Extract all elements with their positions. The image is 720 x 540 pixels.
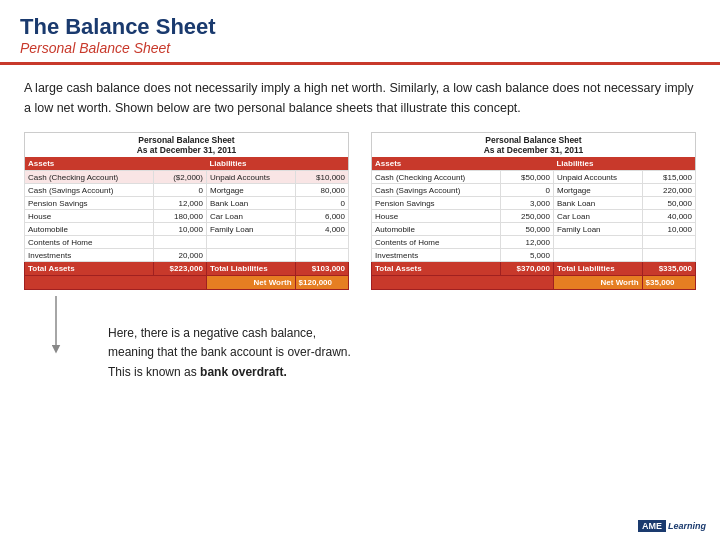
asset-name: House	[25, 210, 154, 223]
header: The Balance Sheet Personal Balance Sheet	[0, 0, 720, 65]
asset-value: 250,000	[500, 210, 553, 223]
liab-value: 0	[295, 197, 348, 210]
annotation-line3-bold: bank overdraft.	[200, 365, 287, 379]
asset-value	[153, 236, 206, 249]
liab-value: $15,000	[642, 171, 695, 184]
asset-value: ($2,000)	[153, 171, 206, 184]
table1-title-row: Personal Balance Sheet As at December 31…	[25, 133, 349, 158]
asset-value: 3,000	[500, 197, 553, 210]
asset-value: 5,000	[500, 249, 553, 262]
balance-sheet-table-2: Personal Balance Sheet As at December 31…	[371, 132, 696, 290]
liab-value: $10,000	[295, 171, 348, 184]
liab-name: Car Loan	[553, 210, 642, 223]
asset-name: Investments	[25, 249, 154, 262]
table2-networth-row: Net Worth $35,000	[372, 276, 696, 290]
table-row: Contents of Home 12,000	[372, 236, 696, 249]
table2-assets-label: Assets	[372, 157, 554, 171]
table-row: Cash (Savings Account) 0 Mortgage 80,000	[25, 184, 349, 197]
asset-name: Automobile	[25, 223, 154, 236]
liab-name	[553, 236, 642, 249]
asset-name: Pension Savings	[25, 197, 154, 210]
liab-name: Unpaid Accounts	[206, 171, 295, 184]
main-content: A large cash balance does not necessaril…	[0, 65, 720, 391]
asset-value: 12,000	[500, 236, 553, 249]
liab-value: 220,000	[642, 184, 695, 197]
asset-name: Cash (Checking Account)	[25, 171, 154, 184]
table-row: Investments 5,000	[372, 249, 696, 262]
liab-value: 10,000	[642, 223, 695, 236]
liab-name	[206, 236, 295, 249]
liab-name: Family Loan	[206, 223, 295, 236]
liab-value: 40,000	[642, 210, 695, 223]
asset-name: Contents of Home	[372, 236, 501, 249]
liab-name	[206, 249, 295, 262]
ame-logo: AME Learning	[638, 520, 706, 532]
intro-paragraph: A large cash balance does not necessaril…	[24, 79, 696, 118]
liab-name: Mortgage	[206, 184, 295, 197]
table-row: House 180,000 Car Loan 6,000	[25, 210, 349, 223]
asset-value: 0	[153, 184, 206, 197]
table-row: Pension Savings 12,000 Bank Loan 0	[25, 197, 349, 210]
liab-value	[295, 236, 348, 249]
ame-brand: AME	[638, 520, 666, 532]
net-worth-value: $120,000	[295, 276, 348, 290]
table2-assets-header: Assets Liabilities	[372, 157, 696, 171]
table-row: Cash (Savings Account) 0 Mortgage 220,00…	[372, 184, 696, 197]
liab-name: Unpaid Accounts	[553, 171, 642, 184]
total-assets-label: Total Assets	[372, 262, 501, 276]
table-row: Pension Savings 3,000 Bank Loan 50,000	[372, 197, 696, 210]
table1-networth-row: Net Worth $120,000	[25, 276, 349, 290]
asset-value: 0	[500, 184, 553, 197]
table-row: Cash (Checking Account) $50,000 Unpaid A…	[372, 171, 696, 184]
ame-learning: Learning	[668, 521, 706, 531]
net-worth-label: Net Worth	[206, 276, 295, 290]
asset-value: 20,000	[153, 249, 206, 262]
page-subtitle: Personal Balance Sheet	[20, 40, 700, 56]
asset-name: Cash (Checking Account)	[372, 171, 501, 184]
total-assets-label: Total Assets	[25, 262, 154, 276]
asset-name: Cash (Savings Account)	[25, 184, 154, 197]
tables-container: Personal Balance Sheet As at December 31…	[24, 132, 696, 290]
table2-title: Personal Balance Sheet As at December 31…	[372, 133, 696, 158]
asset-name: House	[372, 210, 501, 223]
total-liab-label: Total Liabilities	[553, 262, 642, 276]
table1-total-row: Total Assets $223,000 Total Liabilities …	[25, 262, 349, 276]
liab-value: 4,000	[295, 223, 348, 236]
annotation-line3-prefix: This is known as	[108, 365, 200, 379]
annotation-line1: Here, there is a negative cash balance,	[108, 326, 316, 340]
liab-name: Car Loan	[206, 210, 295, 223]
asset-name: Investments	[372, 249, 501, 262]
total-liab-label: Total Liabilities	[206, 262, 295, 276]
liab-name: Bank Loan	[206, 197, 295, 210]
liab-name	[553, 249, 642, 262]
table-row: Investments 20,000	[25, 249, 349, 262]
asset-value: 50,000	[500, 223, 553, 236]
asset-value: 10,000	[153, 223, 206, 236]
liab-value	[642, 249, 695, 262]
annotation-arrow-icon	[34, 294, 94, 364]
net-worth-label: Net Worth	[553, 276, 642, 290]
annotation-text: Here, there is a negative cash balance, …	[100, 304, 351, 382]
net-worth-value: $35,000	[642, 276, 695, 290]
page-title: The Balance Sheet	[20, 14, 700, 40]
annotation-area: Here, there is a negative cash balance, …	[24, 304, 696, 382]
total-liab-value: $103,000	[295, 262, 348, 276]
asset-name: Automobile	[372, 223, 501, 236]
asset-value: 12,000	[153, 197, 206, 210]
liab-value	[295, 249, 348, 262]
table2-total-row: Total Assets $370,000 Total Liabilities …	[372, 262, 696, 276]
balance-sheet-table-1: Personal Balance Sheet As at December 31…	[24, 132, 349, 290]
liab-value: 6,000	[295, 210, 348, 223]
table1-liab-label: Liabilities	[206, 157, 348, 171]
liab-name: Family Loan	[553, 223, 642, 236]
liab-value: 80,000	[295, 184, 348, 197]
table1-title: Personal Balance Sheet As at December 31…	[25, 133, 349, 158]
liab-value	[642, 236, 695, 249]
total-liab-value: $335,000	[642, 262, 695, 276]
table-row: Cash (Checking Account) ($2,000) Unpaid …	[25, 171, 349, 184]
liab-name: Mortgage	[553, 184, 642, 197]
table-row: Automobile 10,000 Family Loan 4,000	[25, 223, 349, 236]
liab-name: Bank Loan	[553, 197, 642, 210]
table2-title-row: Personal Balance Sheet As at December 31…	[372, 133, 696, 158]
asset-name: Cash (Savings Account)	[372, 184, 501, 197]
